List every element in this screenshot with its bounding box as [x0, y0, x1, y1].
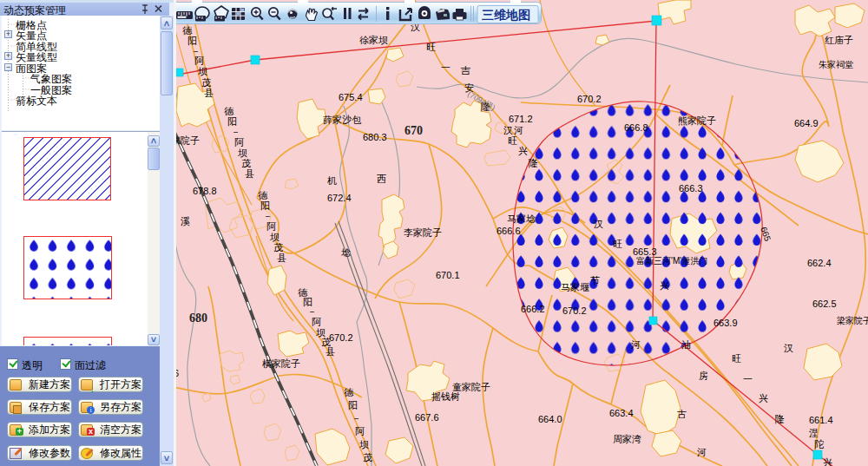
svg-text:阿: 阿	[312, 317, 321, 327]
svg-text:675.4: 675.4	[339, 92, 363, 102]
svg-text:670.2: 670.2	[329, 332, 353, 343]
svg-text:朱家祠堂: 朱家祠堂	[819, 60, 853, 69]
svg-text:汉: 汉	[784, 343, 793, 353]
svg-text:兴: 兴	[823, 457, 832, 466]
svg-text:隆: 隆	[775, 414, 785, 424]
svg-text:坝: 坝	[238, 148, 247, 158]
svg-text:童家院子: 童家院子	[452, 382, 490, 392]
svg-text:县: 县	[277, 253, 286, 263]
svg-text:666.8: 666.8	[624, 122, 648, 133]
svg-text:663.9: 663.9	[713, 318, 738, 328]
svg-text:661.4: 661.4	[809, 415, 833, 425]
svg-text:县: 县	[326, 346, 335, 357]
svg-text:兴: 兴	[660, 280, 669, 291]
svg-text:县: 县	[245, 168, 254, 179]
svg-text:节: 节	[590, 275, 600, 286]
svg-text:涅: 涅	[809, 428, 819, 438]
svg-text:670.2: 670.2	[562, 305, 587, 316]
svg-text:河: 河	[631, 339, 641, 350]
svg-text:茂: 茂	[241, 158, 251, 168]
svg-text:663.4: 663.4	[609, 408, 634, 418]
svg-text:德: 德	[182, 25, 193, 36]
svg-text:阿: 阿	[234, 137, 244, 148]
svg-text:－: －	[307, 306, 317, 317]
svg-text:兴: 兴	[518, 146, 528, 156]
svg-text:662.5: 662.5	[812, 299, 837, 309]
svg-text:河: 河	[514, 125, 523, 135]
svg-text:666.2: 666.2	[521, 304, 545, 314]
svg-text:熊家院子: 熊家院子	[678, 115, 716, 126]
svg-text:隆: 隆	[529, 158, 538, 168]
svg-text:房: 房	[699, 371, 708, 381]
svg-text:一: 一	[743, 374, 753, 384]
svg-text:汉: 汉	[503, 125, 513, 135]
svg-text:670: 670	[404, 124, 423, 137]
svg-text:664.0: 664.0	[538, 414, 562, 424]
svg-text:旺: 旺	[732, 353, 741, 364]
svg-text:油: 油	[681, 339, 691, 350]
svg-text:古: 古	[677, 409, 687, 419]
svg-text:664.9: 664.9	[794, 118, 819, 128]
svg-text:茂: 茂	[201, 77, 211, 88]
svg-text:680.3: 680.3	[363, 132, 387, 142]
svg-text:三维地图: 三维地图	[482, 8, 530, 22]
svg-text:－: －	[352, 413, 361, 423]
svg-text:672.4: 672.4	[327, 193, 352, 203]
svg-text:德: 德	[258, 190, 268, 200]
svg-text:666.3: 666.3	[679, 183, 703, 194]
svg-text:马家堰: 马家堰	[561, 282, 589, 292]
svg-text:溪: 溪	[181, 216, 190, 226]
svg-text:红庙子: 红庙子	[825, 35, 853, 45]
svg-text:摇钱树: 摇钱树	[431, 391, 460, 402]
svg-text:汉: 汉	[594, 219, 603, 229]
svg-text:旺: 旺	[508, 135, 517, 146]
svg-text:坝: 坝	[270, 232, 279, 242]
svg-text:富新三河'M'泄洪门: 富新三河'M'泄洪门	[636, 256, 707, 266]
svg-text:吉: 吉	[460, 65, 470, 75]
svg-text:－: －	[263, 211, 273, 221]
svg-text:横家院子: 横家院子	[262, 358, 300, 369]
svg-text:周家湾: 周家湾	[613, 434, 641, 444]
svg-text:坝: 坝	[359, 439, 369, 450]
svg-text:670.1: 670.1	[436, 270, 460, 280]
svg-text:茂: 茂	[273, 242, 283, 253]
svg-text:阳: 阳	[260, 200, 270, 211]
svg-text:旺: 旺	[426, 42, 436, 52]
svg-text:666.6: 666.6	[496, 226, 521, 236]
svg-text:662.4: 662.4	[807, 258, 832, 268]
svg-text:茂: 茂	[363, 452, 372, 463]
svg-text:薛家沙包: 薛家沙包	[323, 115, 362, 125]
svg-text:河: 河	[697, 447, 707, 457]
svg-text:一: 一	[441, 62, 450, 73]
svg-text:阳: 阳	[348, 400, 358, 410]
svg-text:阳: 阳	[227, 116, 237, 127]
svg-text:德: 德	[344, 387, 354, 397]
svg-text:－: －	[231, 127, 240, 137]
svg-text:阿: 阿	[194, 56, 204, 66]
svg-text:旺: 旺	[613, 239, 622, 249]
svg-text:机: 机	[327, 175, 337, 186]
svg-text:667.6: 667.6	[415, 412, 439, 423]
svg-text:陀: 陀	[814, 439, 824, 450]
svg-text:徐家坝: 徐家坝	[359, 35, 388, 45]
svg-text:680: 680	[189, 312, 207, 325]
svg-text:兴: 兴	[759, 393, 768, 404]
svg-text:670.2: 670.2	[577, 94, 602, 104]
svg-text:德: 德	[224, 106, 234, 116]
svg-text:梁家院子: 梁家院子	[837, 316, 868, 325]
svg-text:家院子: 家院子	[174, 135, 200, 146]
svg-text:678.8: 678.8	[193, 186, 217, 196]
svg-text:马家埝: 马家埝	[507, 213, 536, 224]
svg-text:阳: 阳	[187, 36, 197, 46]
svg-text:县: 县	[204, 88, 214, 98]
svg-text:西: 西	[377, 174, 386, 184]
svg-text:阿: 阿	[355, 426, 365, 436]
svg-text:李家院子: 李家院子	[404, 227, 442, 238]
svg-text:坝: 坝	[198, 66, 207, 76]
svg-text:阿: 阿	[266, 221, 276, 232]
svg-text:671.2: 671.2	[509, 114, 533, 124]
svg-text:埝: 埝	[341, 247, 351, 258]
